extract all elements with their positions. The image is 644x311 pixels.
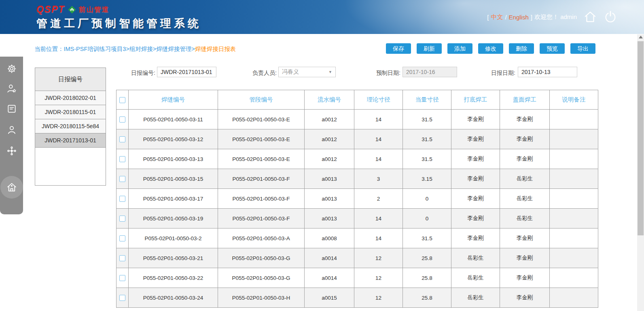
table-row[interactable]: P055-02P01-0050-03-21P055-02P01-0050-03-… — [117, 248, 598, 268]
table-cell: 3 — [354, 169, 403, 189]
toolbar-button-6[interactable]: 导出 — [570, 43, 595, 54]
table-cell: P055-02P01-0050-03-12 — [129, 129, 218, 149]
table-cell: a0008 — [305, 228, 354, 248]
table-cell: P055-02P01-0050-03-F — [218, 189, 305, 209]
table-row[interactable]: P055-02P01-0050-03-13P055-02P01-0050-03-… — [117, 149, 598, 169]
logo-brand-text: 前山管道 — [79, 5, 110, 14]
table-cell: P055-02P01-0050-03-A — [218, 228, 305, 248]
table-cell: 2 — [354, 189, 403, 209]
report-no-input[interactable] — [157, 67, 216, 77]
table-row[interactable]: P055-02P01-0050-03-17P055-02P01-0050-03-… — [117, 189, 598, 209]
toolbar-button-1[interactable]: 刷新 — [417, 43, 442, 54]
row-checkbox[interactable] — [119, 275, 125, 281]
table-cell: 14 — [354, 110, 403, 129]
person-select[interactable]: 冯春义 ▼ — [278, 67, 336, 77]
table-cell: 0 — [403, 189, 451, 209]
report-list-item[interactable]: JWDR-20171013-01 — [35, 133, 106, 148]
row-checkbox[interactable] — [119, 156, 125, 162]
column-header: 流水编号 — [305, 90, 354, 110]
row-checkbox[interactable] — [119, 235, 125, 241]
settings-gear-icon[interactable] — [6, 63, 17, 74]
select-all-checkbox[interactable] — [119, 97, 125, 103]
table-cell: 李金刚 — [500, 248, 550, 268]
toolbar-button-3[interactable]: 修改 — [478, 43, 503, 54]
table-cell: 31.5 — [403, 129, 451, 149]
scroll-up-arrow-icon[interactable] — [639, 36, 643, 38]
table-cell: 李金刚 — [500, 149, 550, 169]
table-cell: 31.5 — [403, 110, 451, 129]
row-checkbox-cell — [117, 149, 129, 169]
row-checkbox[interactable] — [119, 176, 125, 182]
column-header: 理论寸径 — [354, 90, 403, 110]
table-row[interactable]: P055-02P01-0050-03-2P055-02P01-0050-03-A… — [117, 228, 598, 248]
report-list-item[interactable]: JWDR-20180202-01 — [35, 91, 106, 105]
toolbar-button-0[interactable]: 保存 — [386, 43, 411, 54]
table-cell — [550, 110, 598, 129]
table-row[interactable]: P055-02P01-0050-03-12P055-02P01-0050-03-… — [117, 129, 598, 149]
row-checkbox[interactable] — [119, 295, 125, 301]
table-cell: a0015 — [305, 288, 354, 308]
table-cell: 李金刚 — [451, 149, 500, 169]
table-cell: 李金刚 — [500, 228, 550, 248]
row-checkbox-cell — [117, 288, 129, 308]
row-checkbox-cell — [117, 268, 129, 288]
column-header: 说明备注 — [550, 90, 598, 110]
row-checkbox-cell — [117, 189, 129, 209]
user-icon[interactable] — [6, 125, 17, 135]
left-sidebar — [0, 57, 23, 214]
table-cell: P055-02P01-0050-03-13 — [129, 149, 218, 169]
lang-separator: / — [505, 14, 506, 21]
table-cell: 李金刚 — [500, 288, 550, 308]
table-cell: 12 — [354, 288, 403, 308]
prefab-date-label: 预制日期: — [366, 68, 400, 78]
chevron-down-icon: ▼ — [328, 70, 332, 74]
network-nodes-icon[interactable] — [6, 146, 17, 156]
table-cell: a0012 — [305, 129, 354, 149]
report-date-input[interactable] — [518, 67, 577, 77]
table-cell: 14 — [354, 129, 403, 149]
table-cell: 李金刚 — [451, 228, 500, 248]
table-row[interactable]: P055-02P01-0050-03-15P055-02P01-0050-03-… — [117, 169, 598, 189]
row-checkbox[interactable] — [119, 116, 125, 123]
table-cell: 李金刚 — [500, 129, 550, 149]
table-cell: P055-02P01-0050-03-H — [218, 288, 305, 308]
user-star-icon[interactable] — [6, 83, 17, 94]
toolbar-button-2[interactable]: 添加 — [447, 43, 472, 54]
row-checkbox[interactable] — [119, 136, 125, 142]
scrollbar-thumb[interactable] — [638, 41, 644, 235]
toolbar-button-5[interactable]: 预览 — [540, 43, 565, 54]
lang-chinese-link[interactable]: 中文 — [491, 13, 503, 21]
document-icon[interactable] — [6, 104, 17, 114]
toolbar-button-4[interactable]: 删除 — [509, 43, 534, 54]
table-cell: 李金刚 — [451, 189, 500, 209]
table-cell: P055-02P01-0050-03-17 — [129, 189, 218, 209]
table-cell: 岳彩生 — [451, 288, 500, 308]
table-cell: 14 — [354, 209, 403, 228]
row-checkbox[interactable] — [119, 255, 125, 261]
breadcrumb-path: 当前位置：IMS-PSF培训练习项目3>组对焊接>焊缝焊接管理> — [34, 46, 195, 52]
table-row[interactable]: P055-02P01-0050-03-11P055-02P01-0050-03-… — [117, 110, 598, 129]
table-cell: 李金刚 — [451, 110, 500, 129]
lang-english-link[interactable]: English — [509, 14, 529, 21]
table-row[interactable]: P055-02P01-0050-03-24P055-02P01-0050-03-… — [117, 288, 598, 308]
vertical-scrollbar[interactable] — [637, 34, 644, 311]
home-icon[interactable] — [583, 10, 597, 24]
prefab-date-input[interactable] — [402, 67, 457, 77]
row-checkbox-cell — [117, 129, 129, 149]
table-cell — [550, 169, 598, 189]
person-label: 负责人员: — [243, 68, 277, 78]
row-checkbox-cell — [117, 169, 129, 189]
power-icon[interactable] — [604, 10, 617, 24]
report-list-item[interactable]: JWDR-20180115-5e84 — [35, 119, 106, 133]
table-cell: P055-02P01-0050-03-E — [218, 129, 305, 149]
report-list-item[interactable]: JWDR-20180115-01 — [35, 105, 106, 119]
app-header: QSPT 前山管道 管道工厂预制智能管理系统 [ 中文 / English ] … — [0, 0, 644, 34]
select-all-header-cell — [117, 90, 129, 110]
table-cell: P055-02P01-0050-03-2 — [129, 228, 218, 248]
table-cell: a0013 — [305, 189, 354, 209]
row-checkbox[interactable] — [119, 196, 125, 202]
row-checkbox[interactable] — [119, 216, 125, 222]
table-row[interactable]: P055-02P01-0050-03-22P055-02P01-0050-03-… — [117, 268, 598, 288]
sidebar-home-button[interactable] — [0, 176, 23, 199]
table-row[interactable]: P055-02P01-0050-03-19P055-02P01-0050-03-… — [117, 209, 598, 228]
